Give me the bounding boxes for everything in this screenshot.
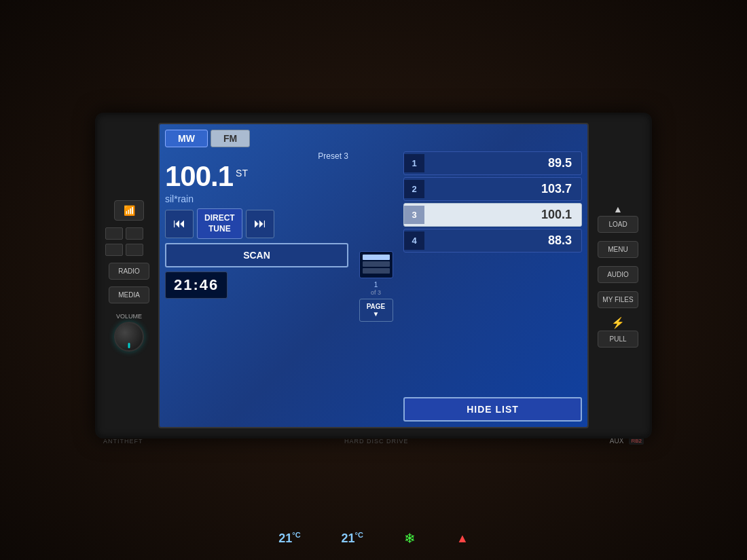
myfiles-button[interactable]: MY FILES bbox=[598, 291, 638, 308]
tab-mw[interactable]: MW bbox=[165, 130, 208, 147]
volume-knob[interactable] bbox=[114, 322, 144, 352]
media-button[interactable]: MEDIA bbox=[109, 286, 149, 303]
volume-label: VOLUME bbox=[116, 313, 142, 320]
load-area: ▲ LOAD bbox=[598, 204, 638, 233]
preset-item-4[interactable]: 4 88.3 bbox=[403, 229, 582, 253]
left-panel: Preset 3 100.1 ST sil*rain ⏮ DIRECT TUNE bbox=[165, 151, 348, 422]
now-playing: Preset 3 100.1 ST sil*rain bbox=[165, 151, 348, 204]
hdd-label: HARD DISC DRIVE bbox=[344, 438, 409, 445]
screen: MW FM Preset 3 100.1 ST sil*rain bbox=[158, 123, 589, 428]
volume-area: VOLUME bbox=[114, 313, 144, 352]
preset-num-4: 4 bbox=[404, 231, 424, 250]
climate-bar: 21°C 21°C ❄ ▲ bbox=[0, 530, 747, 546]
scan-button[interactable]: SCAN bbox=[165, 243, 348, 267]
left-controls: 📶 RADIO MEDIA VOLUME bbox=[105, 200, 153, 352]
prev-button[interactable]: ⏮ bbox=[165, 210, 194, 238]
page-bar-1 bbox=[363, 255, 390, 260]
preset-num-2: 2 bbox=[404, 180, 424, 198]
preset-freq-1: 89.5 bbox=[424, 152, 581, 174]
direct-tune-button[interactable]: DIRECT TUNE bbox=[197, 208, 242, 239]
station-name: sil*rain bbox=[165, 193, 348, 204]
usb-icon: ⚡ bbox=[611, 316, 625, 329]
load-button[interactable]: LOAD bbox=[598, 216, 638, 233]
right-controls: ▲ LOAD MENU AUDIO MY FILES ⚡ PULL bbox=[594, 204, 642, 348]
pull-button[interactable]: PULL bbox=[598, 331, 638, 348]
page-indicator bbox=[359, 251, 393, 278]
temp-left: 21°C bbox=[278, 531, 300, 546]
phone-button[interactable]: 📶 bbox=[114, 200, 144, 221]
temp-right: 21°C bbox=[342, 531, 363, 546]
tabs-row: MW FM bbox=[165, 130, 582, 147]
load-arrow-icon: ▲ bbox=[613, 204, 623, 214]
preset-label: Preset 3 bbox=[165, 151, 348, 161]
right-panel: 1 89.5 2 103.7 3 100.1 4 bbox=[403, 151, 582, 422]
preset-item-1[interactable]: 1 89.5 bbox=[403, 151, 582, 175]
controls-row: ⏮ DIRECT TUNE ⏭ bbox=[165, 208, 348, 239]
pull-area: ⚡ PULL bbox=[598, 316, 638, 348]
audio-button[interactable]: AUDIO bbox=[598, 266, 638, 283]
radio-button[interactable]: RADIO bbox=[109, 263, 149, 280]
head-unit: 📶 RADIO MEDIA VOLUME bbox=[95, 113, 652, 438]
page-bar-3 bbox=[363, 268, 390, 274]
tab-fm[interactable]: FM bbox=[211, 130, 250, 147]
preset-num-3: 3 bbox=[404, 206, 424, 224]
hide-list-button[interactable]: HIDE LIST bbox=[403, 397, 582, 422]
preset-freq-4: 88.3 bbox=[424, 229, 581, 252]
defrost-icon: ❄ bbox=[404, 530, 416, 546]
page-area: 1 of 3 PAGE ▼ bbox=[354, 151, 398, 422]
page-number: 1 of 3 bbox=[371, 281, 381, 296]
antitheft-label: ANTITHEFT bbox=[103, 438, 143, 445]
preset-num-1: 1 bbox=[404, 154, 424, 172]
preset-list: 1 89.5 2 103.7 3 100.1 4 bbox=[403, 151, 582, 394]
preset-item-2[interactable]: 2 103.7 bbox=[403, 177, 582, 201]
preset-freq-2: 103.7 bbox=[424, 178, 581, 200]
preset-item-3[interactable]: 3 100.1 bbox=[403, 203, 582, 227]
frequency-display: 100.1 bbox=[165, 162, 233, 191]
preset-freq-3: 100.1 bbox=[424, 204, 581, 226]
dashboard: 📶 RADIO MEDIA VOLUME bbox=[0, 0, 747, 560]
page-button[interactable]: PAGE ▼ bbox=[359, 299, 393, 322]
time-display: 21:46 bbox=[165, 272, 227, 299]
main-content: Preset 3 100.1 ST sil*rain ⏮ DIRECT TUNE bbox=[165, 151, 582, 422]
next-button[interactable]: ⏭ bbox=[246, 210, 274, 238]
page-bar-2 bbox=[363, 261, 390, 267]
menu-button[interactable]: MENU bbox=[598, 241, 638, 258]
warning-icon: ▲ bbox=[456, 531, 469, 546]
stereo-indicator: ST bbox=[236, 168, 248, 179]
